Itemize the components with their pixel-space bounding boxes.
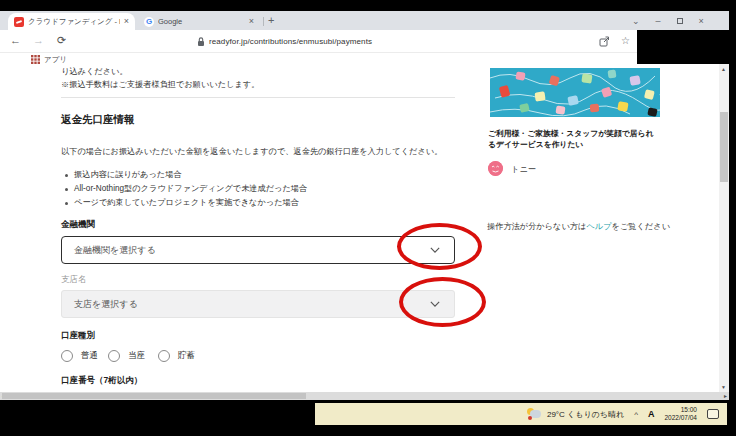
reload-icon[interactable]: ⟳ — [57, 34, 66, 47]
horizontal-scrollbar-thumb[interactable] — [2, 393, 306, 399]
account-number-label: 口座番号（7桁以内） — [61, 375, 142, 387]
refund-bullet-list: 振込内容に誤りがあった場合 All-or-Nothing型のクラウドファンディン… — [65, 168, 307, 210]
branch-select-placeholder: 支店を選択する — [74, 298, 430, 311]
project-owner-name[interactable]: トニー — [511, 164, 536, 175]
forward-icon: → — [33, 34, 44, 46]
window-controls: ⌄ – × — [632, 11, 704, 30]
lock-icon — [197, 37, 205, 47]
weather-icon — [527, 408, 542, 420]
bookmarks-bar: アプリ — [0, 53, 729, 66]
taskbar-weather[interactable]: 29°C くもりのち晴れ — [527, 408, 624, 420]
close-tab-icon[interactable]: × — [249, 17, 254, 26]
project-image[interactable] — [490, 68, 660, 117]
weather-text: 29°C くもりのち晴れ — [547, 409, 624, 420]
account-type-label: 口座種別 — [61, 330, 95, 342]
close-window-button[interactable]: × — [699, 16, 704, 26]
avatar[interactable] — [488, 161, 503, 176]
annotation-circle-bank-dropdown — [397, 223, 482, 270]
radio-button[interactable] — [61, 350, 73, 362]
redaction-block — [637, 30, 729, 64]
scroll-right-icon[interactable]: ► — [723, 393, 728, 399]
refund-intro: 以下の場合にお振込みいただいた金額を返金いたしますので、返金先の銀行口座を入力し… — [61, 146, 442, 157]
tab-title: Google — [158, 17, 245, 26]
apps-grid-icon[interactable] — [31, 55, 40, 64]
refund-section-heading: 返金先口座情報 — [61, 113, 135, 127]
apps-bookmark-label[interactable]: アプリ — [44, 55, 67, 65]
tab-google[interactable]: G Google × — [138, 13, 260, 30]
project-title[interactable]: ご利用様・ご家族様・スタッフが笑顔で居られるデイサービスを作りたい — [488, 128, 660, 150]
help-suffix: をご覧ください — [612, 222, 670, 231]
bank-label: 金融機関 — [61, 219, 95, 231]
readyfor-favicon-icon — [14, 17, 24, 27]
clock-time: 15:00 — [664, 406, 697, 414]
branch-label: 支店名 — [61, 274, 87, 286]
radio-option-toza[interactable]: 当座 — [108, 350, 145, 362]
vertical-scrollbar[interactable]: ▲ ▼ — [719, 64, 729, 392]
list-item: ページで約束していたプロジェクトを実施できなかった場合 — [65, 196, 307, 210]
tab-title: クラウドファンディング - READYFOR — [28, 17, 120, 27]
list-item: 振込内容に誤りがあった場合 — [65, 168, 307, 182]
radio-button[interactable] — [108, 350, 120, 362]
scroll-down-icon[interactable]: ▼ — [721, 384, 726, 390]
note-line-2: ※振込手数料はご支援者様負担でお願いいたします。 — [61, 79, 259, 90]
radio-label: 貯蓄 — [178, 350, 195, 362]
branch-select[interactable]: 支店を選択する — [61, 290, 455, 318]
new-tab-button[interactable]: + — [268, 14, 274, 26]
list-item: All-or-Nothing型のクラウドファンディングで未達成だった場合 — [65, 182, 307, 196]
bookmark-star-icon[interactable]: ☆ — [621, 35, 630, 46]
bank-select-placeholder: 金融機関を選択する — [74, 244, 430, 257]
help-link[interactable]: ヘルプ — [586, 222, 611, 231]
radio-option-chochiku[interactable]: 貯蓄 — [158, 350, 195, 362]
show-hidden-icons[interactable]: ^ — [634, 410, 638, 419]
tab-search-icon[interactable]: ⌄ — [632, 16, 640, 26]
radio-option-futsu[interactable]: 普通 — [61, 350, 98, 362]
scroll-up-icon[interactable]: ▲ — [721, 66, 726, 72]
windows-taskbar: 29°C くもりのち晴れ ^ A 15:00 2022/07/04 — [315, 403, 727, 425]
minimize-button[interactable]: – — [656, 16, 661, 26]
close-tab-icon[interactable]: × — [124, 17, 129, 26]
horizontal-scrollbar[interactable]: ◄ ► — [0, 392, 729, 400]
radio-button[interactable] — [158, 350, 170, 362]
annotation-circle-branch-dropdown — [399, 277, 486, 327]
note-line-1: り込みください。 — [61, 66, 128, 77]
tab-readyfor[interactable]: クラウドファンディング - READYFOR × — [8, 13, 135, 30]
bank-select[interactable]: 金融機関を選択する — [61, 236, 455, 264]
browser-toolbar: ← → ⟳ readyfor.jp/contributions/enmusubi… — [0, 30, 729, 53]
radio-label: 当座 — [128, 350, 145, 362]
maximize-button[interactable] — [677, 18, 683, 24]
screenshot-root: クラウドファンディング - READYFOR × G Google × + ⌄ … — [0, 0, 736, 436]
clock-date: 2022/07/04 — [664, 414, 697, 422]
ime-indicator[interactable]: A — [648, 409, 655, 419]
google-favicon-icon: G — [144, 17, 154, 27]
help-prefix: 操作方法が分からない方は — [487, 222, 586, 231]
taskbar-clock[interactable]: 15:00 2022/07/04 — [664, 406, 697, 422]
share-icon[interactable] — [599, 36, 610, 47]
vertical-scrollbar-thumb[interactable] — [720, 112, 728, 182]
browser-tabstrip: クラウドファンディング - READYFOR × G Google × + ⌄ … — [0, 11, 729, 30]
tab-divider — [263, 17, 264, 26]
back-icon[interactable]: ← — [10, 34, 21, 46]
help-line: 操作方法が分からない方はヘルプをご覧ください — [487, 221, 670, 232]
radio-label: 普通 — [81, 350, 98, 362]
section-divider — [61, 97, 455, 98]
url-bar[interactable]: readyfor.jp/contributions/enmusubi/payme… — [209, 37, 372, 46]
action-center-icon[interactable] — [707, 409, 719, 419]
